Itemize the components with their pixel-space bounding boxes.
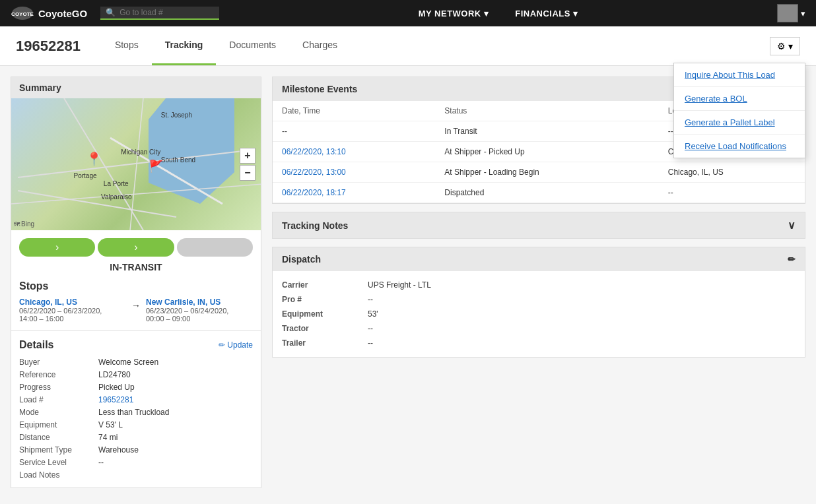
dispatch-label-carrier: Carrier <box>282 280 368 290</box>
cell-location-2: Chicago, IL, US <box>659 162 805 183</box>
svg-line-6 <box>11 184 261 204</box>
col-status: Status <box>435 101 658 121</box>
receive-notifications-link[interactable]: Receive Load Notifications <box>674 135 805 158</box>
search-input[interactable] <box>119 8 212 17</box>
detail-value-buyer: Welcome Screen <box>98 358 253 367</box>
detail-label-service-level: Service Level <box>19 458 98 467</box>
progress-arrow-1: › <box>55 241 59 253</box>
detail-value-distance: 74 mi <box>98 433 253 442</box>
sub-header: 19652281 Stops Tracking Documents Charge… <box>0 26 816 66</box>
detail-value-load[interactable]: 19652281 <box>98 395 253 404</box>
details-section: Details ✏ Update Buyer Welcome Screen Re… <box>11 331 261 488</box>
generate-pallet-label-link[interactable]: Generate a Pallet Label <box>674 111 805 135</box>
cell-location-3: -- <box>659 183 805 203</box>
progress-label: IN-TRANSIT <box>19 262 253 272</box>
user-chevron-icon[interactable]: ▾ <box>798 9 805 18</box>
svg-line-3 <box>18 191 176 217</box>
gear-chevron-icon: ▾ <box>788 41 793 51</box>
svg-text:COYOTE: COYOTE <box>11 11 34 17</box>
detail-label-mode: Mode <box>19 408 98 417</box>
collapse-icon[interactable]: ∨ <box>788 219 796 232</box>
logo-icon: COYOTE <box>11 5 34 21</box>
map-zoom-controls: + − <box>240 148 255 181</box>
detail-value-equipment: V 53' L <box>98 420 253 429</box>
detail-label-progress: Progress <box>19 383 98 392</box>
top-nav: COYOTE CoyoteGO 🔍 MY NETWORK ▾ FINANCIAL… <box>0 0 816 26</box>
progress-segment-1: › <box>19 238 95 257</box>
pencil-icon: ✏ <box>219 340 225 350</box>
table-row: 06/22/2020, 18:17 Dispatched -- <box>273 183 805 203</box>
dispatch-title: Dispatch <box>282 254 321 265</box>
map-label-st-joseph: St. Joseph <box>161 111 192 119</box>
stops-section: Stops Chicago, IL, US 06/22/2020 – 06/23… <box>11 280 261 331</box>
cell-status-2: At Shipper - Loading Begin <box>435 162 658 183</box>
progress-segment-3 <box>177 238 253 257</box>
detail-label-load: Load # <box>19 395 98 404</box>
dispatch-value-pro: -- <box>368 295 796 304</box>
cell-status-3: Dispatched <box>435 183 658 203</box>
map-roads-svg <box>11 98 261 230</box>
milestone-events-title: Milestone Events <box>282 84 357 94</box>
inquire-load-link[interactable]: Inquire About This Load <box>674 63 805 87</box>
stop-to-date: 06/23/2020 – 06/24/2020, <box>146 307 253 315</box>
dispatch-label-tractor: Tractor <box>282 324 368 333</box>
search-bar[interactable]: 🔍 <box>100 7 219 20</box>
cell-date-1: 06/22/2020, 13:10 <box>273 142 435 162</box>
dispatch-value-carrier: UPS Freight - LTL <box>368 280 796 290</box>
map-label-la-porte: La Porte <box>104 180 129 187</box>
table-row: 06/22/2020, 13:00 At Shipper - Loading B… <box>273 162 805 183</box>
load-number: 19652281 <box>16 38 81 55</box>
tab-stops[interactable]: Stops <box>102 26 152 65</box>
stop-to: New Carlisle, IN, US 06/23/2020 – 06/24/… <box>146 298 253 323</box>
stop-from-city: Chicago, IL, US <box>19 298 126 307</box>
stop-from: Chicago, IL, US 06/22/2020 – 06/23/2020,… <box>19 298 126 323</box>
my-network-link[interactable]: MY NETWORK ▾ <box>419 9 489 18</box>
zoom-out-button[interactable]: − <box>240 165 255 181</box>
chevron-down-icon: ▾ <box>484 9 489 18</box>
dispatch-value-trailer: -- <box>368 338 796 348</box>
map-background: Michigan City Portage La Porte South Ben… <box>11 98 261 230</box>
gear-button[interactable]: ⚙ ▾ <box>770 37 800 55</box>
map-flag-icon: 🚩 <box>149 159 163 173</box>
tab-charges[interactable]: Charges <box>289 26 351 65</box>
progress-section: › › IN-TRANSIT <box>11 230 261 280</box>
update-link[interactable]: ✏ Update <box>219 340 253 350</box>
cell-date-3: 06/22/2020, 18:17 <box>273 183 435 203</box>
stop-arrow-icon: → <box>131 298 141 311</box>
edit-icon[interactable]: ✏ <box>788 254 796 265</box>
map-pin-icon: 📍 <box>86 151 102 167</box>
tab-tracking[interactable]: Tracking <box>152 26 217 65</box>
detail-value-progress: Picked Up <box>98 383 253 392</box>
tab-documents[interactable]: Documents <box>216 26 289 65</box>
tracking-notes-card: Tracking Notes ∨ <box>272 212 805 239</box>
cell-status-0: In Transit <box>435 121 658 142</box>
nav-right: ▾ <box>777 4 805 22</box>
details-title: Details <box>19 339 53 351</box>
dispatch-grid: Carrier UPS Freight - LTL Pro # -- Equip… <box>273 271 805 357</box>
tabs: Stops Tracking Documents Charges <box>102 26 351 65</box>
generate-bol-link[interactable]: Generate a BOL <box>674 87 805 111</box>
stops-title: Stops <box>19 280 253 292</box>
dispatch-label-pro: Pro # <box>282 295 368 304</box>
search-icon: 🔍 <box>106 8 116 17</box>
detail-label-load-notes: Load Notes <box>19 470 98 480</box>
dispatch-card: Dispatch ✏ Carrier UPS Freight - LTL Pro… <box>272 247 805 358</box>
detail-label-buyer: Buyer <box>19 358 98 367</box>
dispatch-label-trailer: Trailer <box>282 338 368 348</box>
zoom-in-button[interactable]: + <box>240 148 255 164</box>
detail-label-equipment: Equipment <box>19 420 98 429</box>
detail-value-mode: Less than Truckload <box>98 408 253 417</box>
stop-from-date: 06/22/2020 – 06/23/2020, <box>19 307 126 315</box>
summary-header: Summary <box>11 77 261 98</box>
financials-link[interactable]: FINANCIALS ▾ <box>515 9 578 18</box>
progress-bar: › › <box>19 238 253 257</box>
detail-label-shipment-type: Shipment Type <box>19 445 98 455</box>
dispatch-label-equipment: Equipment <box>282 309 368 319</box>
map-label-michigan-city: Michigan City <box>121 148 160 156</box>
user-avatar[interactable] <box>777 4 798 22</box>
cell-date-0: -- <box>273 121 435 142</box>
map-label-south-bend: South Bend <box>161 156 195 164</box>
cell-date-2: 06/22/2020, 13:00 <box>273 162 435 183</box>
tracking-notes-title: Tracking Notes <box>282 220 348 231</box>
stop-to-time: 00:00 – 09:00 <box>146 315 253 323</box>
